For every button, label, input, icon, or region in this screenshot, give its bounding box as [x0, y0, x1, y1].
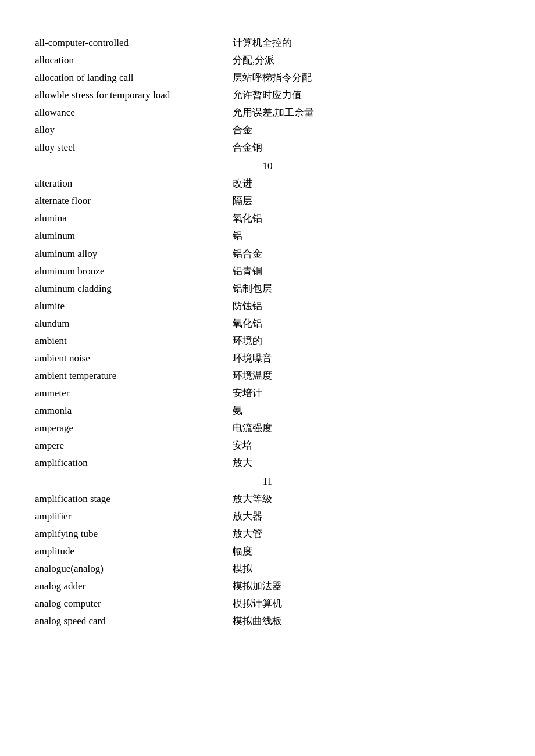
list-item: amplitude幅度	[35, 543, 500, 560]
chinese-translation: 模拟	[233, 561, 500, 577]
chinese-translation: 放大器	[233, 508, 500, 525]
chinese-translation: 幅度	[233, 543, 500, 560]
list-item: alloy合金	[35, 122, 500, 138]
chinese-translation: 安培	[233, 438, 500, 454]
chinese-translation: 铝	[233, 228, 500, 244]
list-item: alternate floor隔层	[35, 193, 500, 209]
english-term: allocation	[35, 52, 233, 69]
english-term: all-computer-controlled	[35, 35, 233, 51]
page-number: 11	[35, 476, 500, 488]
chinese-translation: 模拟曲线板	[233, 613, 500, 629]
chinese-translation: 氧化铝	[233, 210, 500, 227]
english-term: amplification stage	[35, 491, 233, 507]
english-term: aluminum alloy	[35, 246, 233, 262]
english-term: amplifier	[35, 508, 233, 525]
list-item: alteration改进	[35, 175, 500, 192]
chinese-translation: 模拟加法器	[233, 578, 500, 594]
chinese-translation: 计算机全控的	[233, 35, 500, 51]
list-item: ampere安培	[35, 438, 500, 454]
english-term: ambient temperature	[35, 368, 233, 384]
english-term: allowble stress for temporary load	[35, 87, 233, 103]
chinese-translation: 放大	[233, 455, 500, 471]
english-term: amperage	[35, 420, 233, 436]
english-term: amplitude	[35, 543, 233, 560]
chinese-translation: 合金	[233, 122, 500, 138]
chinese-translation: 环境温度	[233, 368, 500, 384]
english-term: alloy steel	[35, 139, 233, 156]
english-term: alumina	[35, 210, 233, 227]
chinese-translation: 放大管	[233, 526, 500, 542]
list-item: aluminum cladding铝制包层	[35, 281, 500, 297]
list-item: aluminum铝	[35, 228, 500, 244]
english-term: aluminum bronze	[35, 263, 233, 280]
chinese-translation: 铝合金	[233, 246, 500, 262]
list-item: allowance允用误差,加工余量	[35, 105, 500, 121]
chinese-translation: 氨	[233, 403, 500, 419]
list-item: aluminum alloy铝合金	[35, 246, 500, 262]
english-term: allowance	[35, 105, 233, 121]
list-item: amplification放大	[35, 455, 500, 471]
chinese-translation: 合金钢	[233, 139, 500, 156]
list-item: alumina氧化铝	[35, 210, 500, 227]
page-number: 10	[35, 160, 500, 172]
english-term: amplification	[35, 455, 233, 471]
english-term: aluminum	[35, 228, 233, 244]
list-item: alloy steel合金钢	[35, 139, 500, 156]
english-term: ammonia	[35, 403, 233, 419]
list-item: analog speed card模拟曲线板	[35, 613, 500, 629]
chinese-translation: 放大等级	[233, 491, 500, 507]
chinese-translation: 允用误差,加工余量	[233, 105, 500, 121]
chinese-translation: 氧化铝	[233, 316, 500, 332]
list-item: analogue(analog)模拟	[35, 561, 500, 577]
list-item: analog adder模拟加法器	[35, 578, 500, 594]
english-term: allocation of landing call	[35, 70, 233, 86]
list-item: amplifying tube放大管	[35, 526, 500, 542]
english-term: alternate floor	[35, 193, 233, 209]
list-item: alumite防蚀铝	[35, 298, 500, 314]
chinese-translation: 电流强度	[233, 420, 500, 436]
list-item: allowble stress for temporary load允许暂时应力…	[35, 87, 500, 103]
list-item: ammeter安培计	[35, 385, 500, 402]
list-item: amperage电流强度	[35, 420, 500, 436]
english-term: ammeter	[35, 385, 233, 402]
english-term: analog adder	[35, 578, 233, 594]
list-item: amplification stage放大等级	[35, 491, 500, 507]
english-term: alteration	[35, 175, 233, 192]
chinese-translation: 铝青铜	[233, 263, 500, 280]
english-term: aluminum cladding	[35, 281, 233, 297]
english-term: alloy	[35, 122, 233, 138]
english-term: analog speed card	[35, 613, 233, 629]
list-item: allocation of landing call层站呼梯指令分配	[35, 70, 500, 86]
list-item: aluminum bronze铝青铜	[35, 263, 500, 280]
english-term: ambient	[35, 333, 233, 349]
chinese-translation: 铝制包层	[233, 281, 500, 297]
chinese-translation: 环境的	[233, 333, 500, 349]
chinese-translation: 改进	[233, 175, 500, 192]
english-term: alumite	[35, 298, 233, 314]
dictionary-table: all-computer-controlled计算机全控的allocation分…	[35, 35, 500, 630]
list-item: ammonia氨	[35, 403, 500, 419]
english-term: alundum	[35, 316, 233, 332]
chinese-translation: 模拟计算机	[233, 596, 500, 612]
english-term: amplifying tube	[35, 526, 233, 542]
english-term: ampere	[35, 438, 233, 454]
list-item: amplifier放大器	[35, 508, 500, 525]
chinese-translation: 层站呼梯指令分配	[233, 70, 500, 86]
list-item: alundum氧化铝	[35, 316, 500, 332]
chinese-translation: 环境噪音	[233, 350, 500, 367]
list-item: all-computer-controlled计算机全控的	[35, 35, 500, 51]
chinese-translation: 隔层	[233, 193, 500, 209]
chinese-translation: 分配,分派	[233, 52, 500, 69]
list-item: allocation分配,分派	[35, 52, 500, 69]
english-term: analog computer	[35, 596, 233, 612]
list-item: analog computer模拟计算机	[35, 596, 500, 612]
english-term: analogue(analog)	[35, 561, 233, 577]
list-item: ambient环境的	[35, 333, 500, 349]
chinese-translation: 允许暂时应力值	[233, 87, 500, 103]
chinese-translation: 防蚀铝	[233, 298, 500, 314]
list-item: ambient temperature环境温度	[35, 368, 500, 384]
chinese-translation: 安培计	[233, 385, 500, 402]
list-item: ambient noise环境噪音	[35, 350, 500, 367]
english-term: ambient noise	[35, 350, 233, 367]
